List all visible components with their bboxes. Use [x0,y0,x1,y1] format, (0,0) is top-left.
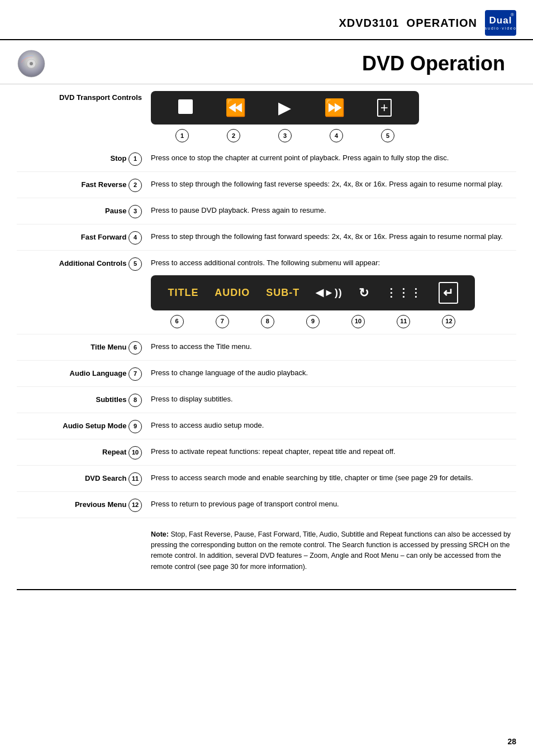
fast-forward-icon: ⏩ [324,99,345,116]
audio-btn: AUDIO [215,285,250,300]
dvd-search-label: DVD Search 11 [17,471,151,486]
dvd-search-desc: Press to access search mode and enable s… [151,471,516,484]
additional-label: Additional Controls 5 [17,256,151,271]
dvd-disc-icon [17,49,46,78]
fast-reverse-desc: Press to step through the following fast… [151,178,516,190]
page-number: 28 [507,737,516,746]
main-content: DVD Transport Controls ⏪ ▶ ⏩ + [0,84,533,583]
circle-3: 3 [278,129,292,142]
submenu-numbers: 6 7 8 9 10 11 12 [151,315,475,328]
note-section: Note: Stop, Fast Reverse, Pause, Fast Fo… [17,518,516,573]
control-row-fast-forward: Fast Forward 4 Press to step through the… [17,224,516,251]
pause-desc: Press to pause DVD playback. Press again… [151,204,516,216]
fast-forward-label: Fast Forward 4 [17,230,151,245]
stop-button-icon [178,99,193,117]
title-menu-btn: TITLE [168,285,198,300]
transport-button-numbers: 1 2 3 4 5 [151,129,419,142]
title-menu-label: Title Menu 6 [17,340,151,355]
fast-reverse-label: Fast Reverse 2 [17,178,151,192]
control-row-audio-setup: Audio Setup Mode 9 Press to access audio… [17,413,516,439]
control-row-pause: Pause 3 Press to pause DVD playback. Pre… [17,198,516,224]
subtitles-desc: Press to display subtitles. [151,393,516,405]
control-row-dvd-search: DVD Search 11 Press to access search mod… [17,466,516,492]
circle-1: 1 [175,129,189,142]
audio-language-label: Audio Language 7 [17,366,151,381]
control-row-fast-reverse: Fast Reverse 2 Press to step through the… [17,172,516,198]
circle-6: 6 [170,315,184,328]
repeat-label: Repeat 10 [17,445,151,460]
previous-menu-label: Previous Menu 12 [17,497,151,512]
control-row-previous-menu: Previous Menu 12 Press to return to prev… [17,492,516,518]
fast-forward-desc: Press to step through the following fast… [151,230,516,242]
repeat-desc: Press to activate repeat functions: repe… [151,445,516,457]
page-title: DVD Operation [362,52,516,75]
note-text: Note: Stop, Fast Reverse, Pause, Fast Fo… [151,529,516,573]
subtitles-label: Subtitles 8 [17,393,151,407]
dual-logo: ® Dual audio·video [485,10,516,36]
additional-desc-text: Press to access additional controls. The… [151,259,380,267]
bottom-border [17,589,516,590]
transport-controls-section: DVD Transport Controls ⏪ ▶ ⏩ + [17,84,516,146]
additional-desc: Press to access additional controls. The… [151,256,516,328]
audio-setup-label: Audio Setup Mode 9 [17,419,151,433]
audio-icon: ◀►)) [316,285,342,300]
submenu-area: TITLE AUDIO SUB-T ◀►)) ↻ ⋮⋮⋮ ↵ 6 7 8 [151,275,516,328]
page-header: XDVD3101 OPERATION ® Dual audio·video [0,0,533,40]
section-label: OPERATION [407,17,477,29]
title-menu-desc: Press to access the Title menu. [151,340,516,352]
control-row-title-menu: Title Menu 6 Press to access the Title m… [17,334,516,361]
stop-label: Stop 1 [17,151,151,166]
logo-sub: audio·video [484,26,517,30]
pause-label: Pause 3 [17,204,151,218]
audio-setup-desc: Press to access audio setup mode. [151,419,516,431]
note-content: Note: Stop, Fast Reverse, Pause, Fast Fo… [17,525,516,573]
transport-panel: ⏪ ▶ ⏩ + 1 2 3 4 5 [151,91,516,142]
play-icon: ▶ [278,99,291,116]
control-row-additional: Additional Controls 5 Press to access ad… [17,251,516,334]
circle-7: 7 [216,315,229,328]
prev-menu-icon: ↵ [439,282,458,304]
circle-11: 11 [397,315,410,328]
control-row-stop: Stop 1 Press once to stop the chapter at… [17,146,516,172]
repeat-icon: ↻ [359,284,369,302]
registered-mark: ® [511,12,514,17]
circle-5: 5 [381,129,394,142]
circle-10: 10 [351,315,365,328]
model-number: XDVD3101 [339,17,399,29]
header-title: XDVD3101 OPERATION [339,17,477,30]
stop-desc: Press once to stop the chapter at curren… [151,151,516,164]
audio-language-desc: Press to change language of the audio pl… [151,366,516,379]
dvd-search-icon: ⋮⋮⋮ [386,284,422,301]
circle-2: 2 [227,129,240,142]
fast-reverse-icon: ⏪ [225,99,246,116]
circle-12: 12 [442,315,455,328]
control-row-subtitles: Subtitles 8 Press to display subtitles. [17,387,516,413]
submenu-panel: TITLE AUDIO SUB-T ◀►)) ↻ ⋮⋮⋮ ↵ [151,275,475,310]
circle-9: 9 [306,315,320,328]
control-row-repeat: Repeat 10 Press to activate repeat funct… [17,439,516,466]
transport-section-label: DVD Transport Controls [17,91,151,142]
note-label: Note: [151,530,169,538]
transport-button-panel: ⏪ ▶ ⏩ + [151,91,419,125]
note-body: Stop, Fast Reverse, Pause, Fast Forward,… [151,530,511,571]
svg-point-2 [30,62,33,65]
previous-menu-desc: Press to return to previous page of tran… [151,497,516,510]
logo-text: Dual [489,16,512,25]
circle-8: 8 [261,315,274,328]
subtitle-btn: SUB-T [266,285,299,300]
circle-4: 4 [330,129,343,142]
control-row-audio-language: Audio Language 7 Press to change languag… [17,361,516,387]
additional-controls-icon: + [377,99,392,117]
page-title-area: DVD Operation [0,40,533,84]
